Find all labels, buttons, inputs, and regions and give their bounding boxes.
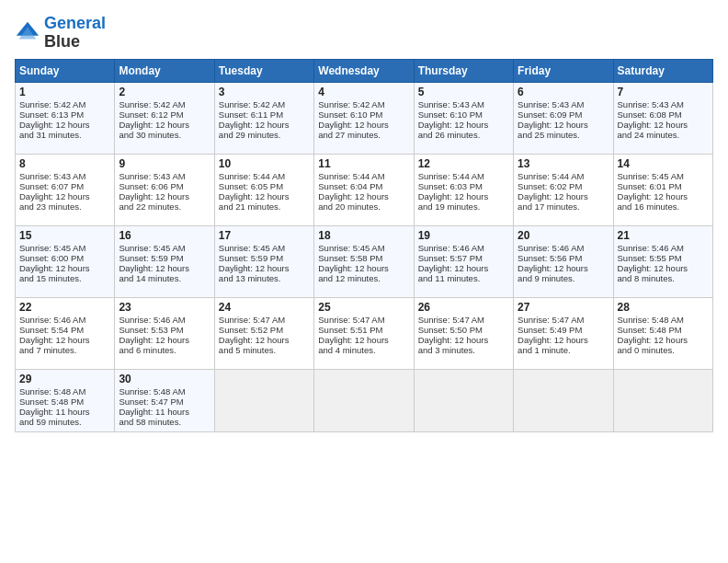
day-info: and 20 minutes. — [318, 201, 409, 212]
day-info: Daylight: 12 hours — [418, 263, 509, 273]
day-cell-11: 11Sunrise: 5:44 AMSunset: 6:04 PMDayligh… — [314, 154, 414, 225]
day-info: and 0 minutes. — [618, 345, 709, 355]
day-info: and 31 minutes. — [19, 130, 110, 140]
day-info: Daylight: 12 hours — [618, 263, 709, 273]
day-info: Sunrise: 5:48 AM — [119, 386, 210, 396]
day-cell-24: 24Sunrise: 5:47 AMSunset: 5:52 PMDayligh… — [214, 297, 313, 369]
day-info: Daylight: 12 hours — [618, 191, 709, 201]
day-number: 17 — [219, 229, 310, 242]
day-cell-5: 5Sunrise: 5:43 AMSunset: 6:10 PMDaylight… — [414, 82, 513, 154]
day-info: and 15 minutes. — [19, 273, 110, 283]
day-info: and 17 minutes. — [518, 201, 609, 212]
day-info: Daylight: 12 hours — [219, 263, 310, 273]
day-info: and 29 minutes. — [219, 130, 310, 140]
logo-text: GeneralBlue — [44, 15, 106, 52]
day-cell-21: 21Sunrise: 5:46 AMSunset: 5:55 PMDayligh… — [613, 225, 712, 297]
col-tuesday: Tuesday — [214, 59, 313, 82]
day-info: Daylight: 12 hours — [618, 120, 709, 130]
day-info: Sunset: 6:04 PM — [318, 181, 409, 191]
day-info: Daylight: 12 hours — [518, 335, 609, 345]
day-info: Sunrise: 5:43 AM — [518, 99, 609, 109]
day-info: Sunset: 6:11 PM — [219, 109, 310, 120]
day-info: Sunset: 5:48 PM — [19, 396, 110, 407]
day-info: Sunrise: 5:46 AM — [418, 243, 509, 253]
day-info: Daylight: 12 hours — [418, 120, 509, 130]
day-cell-22: 22Sunrise: 5:46 AMSunset: 5:54 PMDayligh… — [16, 297, 115, 369]
day-info: Sunset: 6:06 PM — [119, 181, 210, 191]
day-info: Sunrise: 5:42 AM — [19, 99, 110, 109]
day-info: and 8 minutes. — [618, 273, 709, 283]
day-info: Sunset: 6:00 PM — [19, 253, 110, 263]
day-number: 19 — [418, 229, 509, 242]
day-info: Daylight: 12 hours — [518, 191, 609, 201]
day-cell-25: 25Sunrise: 5:47 AMSunset: 5:51 PMDayligh… — [314, 297, 414, 369]
day-cell-8: 8Sunrise: 5:43 AMSunset: 6:07 PMDaylight… — [16, 154, 115, 225]
day-number: 26 — [418, 301, 509, 314]
day-cell-23: 23Sunrise: 5:46 AMSunset: 5:53 PMDayligh… — [115, 297, 214, 369]
day-number: 15 — [19, 229, 110, 242]
day-info: and 1 minute. — [518, 345, 609, 355]
day-info: Sunrise: 5:44 AM — [219, 171, 310, 181]
day-cell-7: 7Sunrise: 5:43 AMSunset: 6:08 PMDaylight… — [613, 82, 712, 154]
day-info: Sunset: 5:52 PM — [219, 325, 310, 335]
day-cell-12: 12Sunrise: 5:44 AMSunset: 6:03 PMDayligh… — [414, 154, 513, 225]
day-info: Daylight: 12 hours — [318, 191, 409, 201]
col-friday: Friday — [514, 59, 613, 82]
day-info: Sunset: 5:51 PM — [318, 325, 409, 335]
day-number: 7 — [618, 86, 709, 98]
day-cell-18: 18Sunrise: 5:45 AMSunset: 5:58 PMDayligh… — [314, 225, 414, 297]
day-number: 5 — [418, 86, 509, 98]
day-info: Sunset: 5:55 PM — [618, 253, 709, 263]
day-info: Sunset: 5:47 PM — [119, 396, 210, 407]
day-info: Sunset: 6:01 PM — [618, 181, 709, 191]
day-cell-16: 16Sunrise: 5:45 AMSunset: 5:59 PMDayligh… — [115, 225, 214, 297]
day-number: 29 — [19, 373, 110, 385]
day-number: 4 — [318, 86, 409, 98]
logo: GeneralBlue — [15, 15, 106, 52]
day-info: Sunrise: 5:45 AM — [19, 243, 110, 253]
day-number: 13 — [518, 157, 609, 170]
day-info: Sunset: 5:53 PM — [119, 325, 210, 335]
day-info: and 23 minutes. — [19, 201, 110, 212]
day-info: Sunset: 6:02 PM — [518, 181, 609, 191]
day-number: 21 — [618, 229, 709, 242]
day-cell-30: 30Sunrise: 5:48 AMSunset: 5:47 PMDayligh… — [115, 369, 214, 431]
day-info: Daylight: 12 hours — [19, 191, 110, 201]
day-info: Daylight: 12 hours — [119, 120, 210, 130]
day-cell-13: 13Sunrise: 5:44 AMSunset: 6:02 PMDayligh… — [514, 154, 613, 225]
day-info: Daylight: 12 hours — [19, 335, 110, 345]
week-row-3: 15Sunrise: 5:45 AMSunset: 6:00 PMDayligh… — [16, 225, 713, 297]
day-info: Sunrise: 5:43 AM — [119, 171, 210, 181]
week-row-2: 8Sunrise: 5:43 AMSunset: 6:07 PMDaylight… — [16, 154, 713, 225]
day-number: 23 — [119, 301, 210, 314]
day-info: and 11 minutes. — [418, 273, 509, 283]
day-info: and 6 minutes. — [119, 345, 210, 355]
day-info: and 58 minutes. — [119, 417, 210, 427]
day-info: Daylight: 12 hours — [518, 263, 609, 273]
day-info: and 7 minutes. — [19, 345, 110, 355]
day-cell-17: 17Sunrise: 5:45 AMSunset: 5:59 PMDayligh… — [214, 225, 313, 297]
day-info: Sunrise: 5:45 AM — [119, 243, 210, 253]
day-info: Daylight: 12 hours — [518, 120, 609, 130]
day-cell-2: 2Sunrise: 5:42 AMSunset: 6:12 PMDaylight… — [115, 82, 214, 154]
day-info: Sunset: 5:54 PM — [19, 325, 110, 335]
day-cell-26: 26Sunrise: 5:47 AMSunset: 5:50 PMDayligh… — [414, 297, 513, 369]
day-number: 11 — [318, 157, 409, 170]
day-info: Sunrise: 5:42 AM — [318, 99, 409, 109]
day-info: Sunrise: 5:48 AM — [618, 315, 709, 325]
week-row-4: 22Sunrise: 5:46 AMSunset: 5:54 PMDayligh… — [16, 297, 713, 369]
day-info: Sunset: 5:57 PM — [418, 253, 509, 263]
day-info: Sunset: 5:58 PM — [318, 253, 409, 263]
day-number: 6 — [518, 86, 609, 98]
day-cell-3: 3Sunrise: 5:42 AMSunset: 6:11 PMDaylight… — [214, 82, 313, 154]
day-info: Sunrise: 5:45 AM — [318, 243, 409, 253]
day-info: Sunrise: 5:46 AM — [618, 243, 709, 253]
day-number: 22 — [19, 301, 110, 314]
day-number: 14 — [618, 157, 709, 170]
day-info: and 30 minutes. — [119, 130, 210, 140]
day-cell-28: 28Sunrise: 5:48 AMSunset: 5:48 PMDayligh… — [613, 297, 712, 369]
day-cell-9: 9Sunrise: 5:43 AMSunset: 6:06 PMDaylight… — [115, 154, 214, 225]
day-info: Daylight: 12 hours — [318, 335, 409, 345]
day-info: Daylight: 12 hours — [318, 120, 409, 130]
day-info: Sunrise: 5:43 AM — [19, 171, 110, 181]
